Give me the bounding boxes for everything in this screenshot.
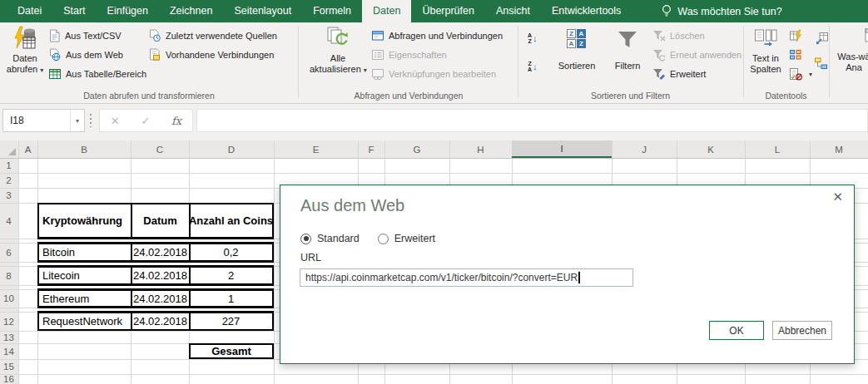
data-validation-button[interactable]: ▾ [789,65,812,83]
column-header-g[interactable]: G [384,140,449,158]
row-header-14[interactable]: 14 [0,343,17,359]
cell-date[interactable]: 24.02.2018 [133,244,187,260]
text-to-columns-button[interactable]: Text in Spalten [746,27,786,75]
table-row[interactable]: RequestNetwork 24.02.2018 227 [37,312,274,331]
column-header-d[interactable]: D [189,140,274,158]
formula-input[interactable] [196,109,868,132]
tab-datei[interactable]: Datei [7,0,52,22]
table-row[interactable]: Bitcoin 24.02.2018 0,2 [37,243,274,262]
column-header-b[interactable]: B [37,140,131,158]
cancel-entry-icon[interactable]: ✕ [111,115,120,127]
ok-button[interactable]: OK [709,321,764,340]
tab-einfuegen[interactable]: Einfügen [97,0,159,22]
row-header-1[interactable]: 1 [0,158,17,173]
filter-button[interactable]: Filtern [608,29,647,71]
cell-currency[interactable]: Litecoin [42,268,129,283]
column-header-f[interactable]: F [358,140,384,158]
cell-date[interactable]: 24.02.2018 [133,268,187,283]
radio-erweitert-label: Erweitert [394,233,435,244]
cell-coins[interactable]: 0,2 [191,244,270,260]
flash-fill-button[interactable] [789,27,802,45]
column-header-i-selected[interactable]: I [512,140,612,158]
sort-dialog-button[interactable]: Z A A Z Sortieren [551,29,603,71]
column-header-c[interactable]: C [131,140,189,158]
advanced-filter-button[interactable]: Erweitert [652,65,706,83]
table-header-row[interactable]: Kryptowährung Datum Anzahl an Coins [37,203,274,239]
tab-ueberpruefen[interactable]: Überprüfen [411,0,485,22]
row-header-4[interactable]: 4 [0,203,17,239]
sort-descending-button[interactable]: ZA↓ [528,57,538,76]
dropdown-caret-icon: ▾ [809,71,812,78]
tab-entwicklertools[interactable]: Entwicklertools [541,0,632,22]
enter-entry-icon[interactable]: ✓ [141,115,150,127]
column-header-m[interactable]: M [810,140,868,158]
row-header-3[interactable]: 3 [0,188,17,203]
cancel-button[interactable]: Abbrechen [772,321,832,340]
cell-currency[interactable]: RequestNetwork [42,313,129,329]
row-header-6[interactable]: 6 [0,243,17,262]
radio-selected-icon [300,234,311,244]
tab-seitenlayout[interactable]: Seitenlayout [223,0,302,22]
table-row[interactable]: Litecoin 24.02.2018 2 [37,266,274,285]
row-header-10[interactable]: 10 [0,289,17,308]
row-header-13[interactable]: 13 [0,331,17,343]
column-header-h[interactable]: H [449,140,512,158]
cell-currency[interactable]: Bitcoin [42,244,129,260]
column-header-l[interactable]: L [745,140,810,158]
refresh-all-button[interactable]: Alle aktualisieren▾ [310,26,366,76]
column-header-e[interactable]: E [274,140,358,158]
cell-coins[interactable]: 2 [191,268,270,283]
tab-start[interactable]: Start [52,0,96,22]
table-row[interactable]: Ethereum 24.02.2018 1 [37,289,274,308]
sort-letter: Z [528,38,531,44]
insert-function-icon[interactable]: fx [171,115,181,127]
close-icon[interactable]: ✕ [832,190,843,204]
cell-date[interactable]: 24.02.2018 [133,313,187,329]
existing-connections-button[interactable]: Vorhandene Verbindungen [148,46,274,64]
sort-arrow-icon: ↓ [533,62,538,71]
sort-letter: A [567,39,576,48]
dropdown-caret-icon: ▾ [40,66,43,74]
header-cell-date[interactable]: Datum [133,204,187,237]
name-box[interactable]: I18 ▾ [2,109,85,132]
cell-coins[interactable]: 1 [191,291,270,306]
radio-erweitert[interactable]: Erweitert [378,233,435,244]
from-web-button[interactable]: Aus dem Web [48,46,123,64]
get-data-button[interactable]: Daten abrufen▾ [2,26,48,76]
column-header-k[interactable]: K [677,140,745,158]
from-text-csv-button[interactable]: Aus Text/CSV [48,27,122,45]
formula-bar-resize-handle[interactable] [90,114,92,127]
tell-me-box[interactable]: Was möchten Sie tun? [662,0,781,22]
row-header-15[interactable]: 15 [0,359,17,374]
tab-ansicht[interactable]: Ansicht [485,0,541,22]
column-header-j[interactable]: J [612,140,677,158]
cell-coins[interactable]: 227 [191,313,270,329]
tab-daten[interactable]: Daten [362,0,411,22]
from-table-range-button[interactable]: Aus Tabelle/Bereich [48,65,146,83]
row-header-2[interactable]: 2 [0,173,17,188]
cell-border [189,244,191,260]
recent-sources-button[interactable]: Zuletzt verwendete Quellen [148,27,277,45]
select-all-corner[interactable] [0,140,18,158]
total-label-cell[interactable]: Gesamt [189,343,274,359]
header-cell-coins[interactable]: Anzahl an Coins [191,204,270,237]
remove-duplicates-button[interactable] [789,46,802,64]
cell-currency[interactable]: Ethereum [42,291,129,306]
cell-date[interactable]: 24.02.2018 [133,291,187,306]
radio-standard[interactable]: Standard [300,233,360,244]
row-header-12[interactable]: 12 [0,312,17,331]
sort-ascending-button[interactable]: AZ↓ [528,29,538,47]
what-if-analysis-button[interactable]: Was-wäAna [816,27,868,73]
tab-zeichnen[interactable]: Zeichnen [159,0,223,22]
tab-formeln[interactable]: Formeln [302,0,362,22]
sort-arrow-icon: ↓ [533,34,538,43]
queries-connections-button[interactable]: Abfragen und Verbindungen [371,27,503,45]
table-range-icon [48,67,62,81]
header-cell-currency[interactable]: Kryptowährung [42,204,129,237]
name-box-caret-icon[interactable]: ▾ [70,110,84,131]
row-header-16[interactable]: 16 [0,374,17,384]
row-header-8[interactable]: 8 [0,266,17,285]
properties-button: Eigenschaften [371,46,447,64]
column-header-a[interactable]: A [18,140,37,158]
url-input[interactable]: https://api.coinmarketcap.com/v1/ticker/… [300,268,633,287]
